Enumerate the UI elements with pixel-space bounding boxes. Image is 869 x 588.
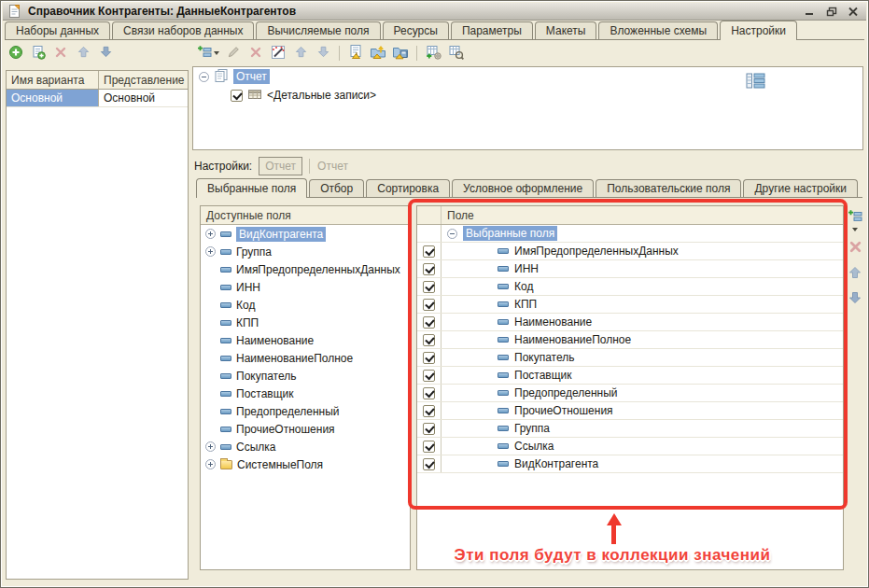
- move-field-down-button[interactable]: [846, 289, 864, 308]
- expander-icon[interactable]: [205, 459, 216, 469]
- field-row[interactable]: НаименованиеПолное: [201, 349, 410, 367]
- expander-icon[interactable]: [205, 246, 216, 257]
- field-icon: [220, 427, 231, 432]
- selected-field-row[interactable]: ВидКонтрагента: [417, 455, 843, 473]
- selected-field-row[interactable]: Наименование: [417, 314, 843, 331]
- checkbox-icon[interactable]: [423, 281, 435, 293]
- tab-data-set-links[interactable]: Связи наборов данных: [112, 21, 254, 39]
- tab-selected-fields[interactable]: Выбранные поля: [196, 178, 307, 198]
- field-row[interactable]: Код: [201, 296, 410, 314]
- delete-field-button[interactable]: [846, 239, 864, 258]
- tab-conditional-appearance[interactable]: Условное оформление: [452, 179, 594, 197]
- field-row[interactable]: КПП: [201, 314, 410, 331]
- field-row[interactable]: ИмяПредопределенныхДанных: [201, 260, 410, 278]
- selected-field-row[interactable]: Код: [417, 278, 843, 296]
- variant-presentation-cell: Основной: [99, 90, 188, 106]
- selected-field-row[interactable]: ИНН: [417, 260, 843, 278]
- checkbox-icon[interactable]: [423, 316, 435, 329]
- selected-field-row[interactable]: ИмяПредопределенныхДанных: [417, 243, 843, 260]
- expander-icon[interactable]: [199, 72, 209, 82]
- tab-settings[interactable]: Настройки: [720, 21, 797, 40]
- selected-field-row[interactable]: Ссылка: [417, 438, 843, 455]
- load-variant-button[interactable]: [369, 44, 387, 63]
- window-title: Справочник Контрагенты: ДанныеКонтрагент…: [28, 5, 296, 18]
- restore-settings-button[interactable]: [346, 44, 365, 63]
- minimize-icon[interactable]: [802, 5, 818, 19]
- field-row[interactable]: ИНН: [201, 278, 410, 296]
- move-variant-down-button[interactable]: [96, 44, 115, 63]
- selected-field-row[interactable]: КПП: [417, 296, 843, 314]
- variant-name-cell: Основной: [7, 90, 99, 106]
- selected-fields-group-row[interactable]: Выбранные поля: [417, 225, 843, 243]
- checkbox-icon[interactable]: [423, 370, 435, 382]
- field-label: Группа: [514, 422, 550, 435]
- selected-field-row[interactable]: Покупатель: [417, 349, 843, 367]
- add-field-button[interactable]: [846, 208, 864, 232]
- checkbox-icon[interactable]: [423, 299, 435, 311]
- composition-settings-button[interactable]: [424, 44, 442, 63]
- delete-variant-button[interactable]: [51, 44, 70, 63]
- add-variant-button[interactable]: [7, 44, 25, 63]
- checkbox-icon[interactable]: [423, 405, 435, 417]
- tab-parameters[interactable]: Параметры: [451, 21, 533, 39]
- move-field-up-button[interactable]: [846, 264, 864, 283]
- tab-calculated-fields[interactable]: Вычисляемые поля: [256, 21, 380, 39]
- checkbox-icon[interactable]: [423, 263, 435, 275]
- field-row[interactable]: СистемныеПоля: [201, 455, 410, 473]
- variant-row[interactable]: Основной Основной: [7, 90, 188, 107]
- field-row[interactable]: ПрочиеОтношения: [201, 420, 410, 438]
- checkbox-icon[interactable]: [423, 245, 435, 258]
- save-variant-button[interactable]: [391, 44, 410, 63]
- expander-icon[interactable]: [205, 441, 216, 452]
- field-icon: [220, 302, 231, 308]
- field-row[interactable]: Поставщик: [201, 385, 410, 402]
- selected-field-row[interactable]: НаименованиеПолное: [417, 331, 843, 349]
- chevron-down-icon: [214, 51, 219, 55]
- field-row[interactable]: Ссылка: [201, 438, 410, 455]
- close-icon[interactable]: [845, 5, 861, 19]
- composition-view-button[interactable]: [446, 44, 465, 63]
- delete-node-button[interactable]: [246, 44, 265, 63]
- settings-variant-button[interactable]: Отчет: [259, 157, 302, 175]
- field-label: Поставщик: [514, 369, 572, 382]
- tab-templates[interactable]: Макеты: [535, 21, 597, 39]
- tab-resources[interactable]: Ресурсы: [383, 21, 449, 39]
- settings-wizard-button[interactable]: [269, 44, 287, 63]
- selected-field-row[interactable]: Группа: [417, 420, 843, 438]
- checkbox-icon[interactable]: [423, 441, 435, 453]
- selected-field-row[interactable]: Поставщик: [417, 367, 843, 385]
- restore-icon[interactable]: [823, 5, 839, 19]
- field-row[interactable]: Покупатель: [201, 367, 410, 385]
- tab-other-settings[interactable]: Другие настройки: [743, 179, 858, 197]
- field-row[interactable]: Предопределенный: [201, 402, 410, 420]
- field-icon: [220, 391, 231, 397]
- toolbar-separator: [416, 46, 417, 61]
- tab-user-fields[interactable]: Пользовательские поля: [596, 179, 741, 197]
- add-node-button[interactable]: [195, 44, 220, 63]
- checkbox-icon[interactable]: [423, 352, 435, 364]
- checkbox-icon[interactable]: [231, 90, 243, 102]
- field-icon: [220, 231, 231, 237]
- expander-icon[interactable]: [447, 229, 457, 239]
- tab-data-sets[interactable]: Наборы данных: [5, 21, 110, 39]
- copy-variant-button[interactable]: [29, 44, 48, 63]
- field-icon: [498, 266, 509, 272]
- field-row[interactable]: ВидКонтрагента: [201, 225, 410, 243]
- checkbox-icon[interactable]: [423, 423, 435, 435]
- tab-filter[interactable]: Отбор: [309, 179, 364, 197]
- field-row[interactable]: Наименование: [201, 331, 410, 349]
- tab-nested-schemas[interactable]: Вложенные схемы: [598, 21, 718, 39]
- move-variant-up-button[interactable]: [74, 44, 92, 63]
- field-row[interactable]: Группа: [201, 243, 410, 260]
- checkbox-icon[interactable]: [423, 334, 435, 346]
- checkbox-icon[interactable]: [423, 458, 435, 470]
- selected-field-row[interactable]: Предопределенный: [417, 385, 843, 402]
- move-node-up-button[interactable]: [291, 44, 310, 63]
- field-label: КПП: [236, 316, 259, 329]
- expander-icon[interactable]: [205, 229, 216, 239]
- edit-node-button[interactable]: [224, 44, 243, 63]
- move-node-down-button[interactable]: [314, 44, 332, 63]
- tab-sorting[interactable]: Сортировка: [366, 179, 450, 197]
- checkbox-icon[interactable]: [423, 387, 435, 399]
- selected-field-row[interactable]: ПрочиеОтношения: [417, 402, 843, 420]
